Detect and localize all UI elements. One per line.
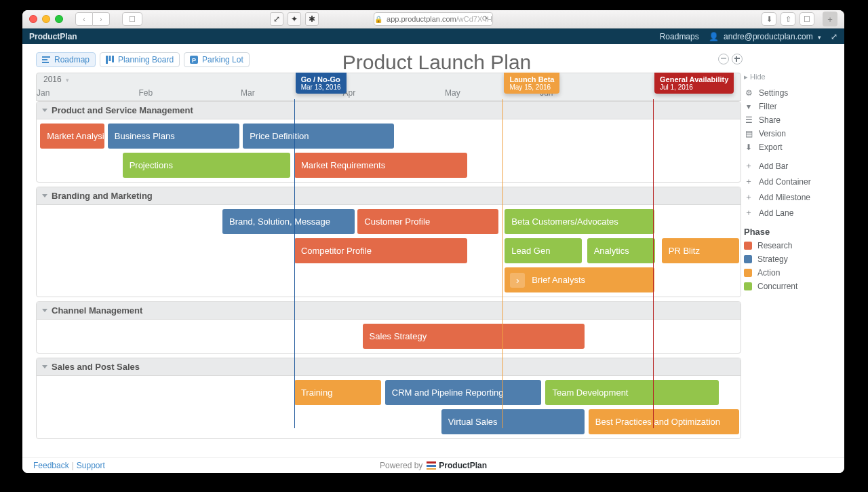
bar-label: Price Definition xyxy=(250,131,309,141)
roadmap-bar[interactable]: Training xyxy=(294,380,381,405)
secure-lock-icon: 🔒 xyxy=(374,16,382,23)
roadmap-bar[interactable]: Competitor Profile xyxy=(294,238,467,263)
sidebar-add-bar[interactable]: ＋Add Bar xyxy=(744,160,839,172)
new-tab-button[interactable]: + xyxy=(823,12,837,26)
roadmap-bar[interactable]: Market Analysis xyxy=(40,124,104,149)
sidebar-settings[interactable]: ⚙Settings xyxy=(744,88,839,98)
back-button[interactable]: ‹ xyxy=(75,12,93,26)
roadmap-bar[interactable]: Best Practices and Optimization xyxy=(589,409,739,434)
gear-icon: ⚙ xyxy=(744,88,753,98)
extension-icon[interactable]: ✦ xyxy=(288,12,301,26)
close-window-icon[interactable] xyxy=(29,15,37,23)
fullscreen-icon[interactable]: ⤢ xyxy=(831,32,837,41)
sidebar-export[interactable]: ⬇Export xyxy=(744,143,839,152)
lane-body: Sales Strategy xyxy=(37,324,741,349)
roadmap-bar[interactable]: Market Requirements xyxy=(294,153,467,178)
roadmap-bar[interactable]: Virtual Sales xyxy=(441,409,585,434)
lane: Channel ManagementSales Strategy xyxy=(36,301,741,354)
sidebar-add-milestone[interactable]: ＋Add Milestone xyxy=(744,191,839,203)
roadmap-bar[interactable]: Projections xyxy=(123,153,290,178)
view-planning-tab[interactable]: Planning Board xyxy=(100,52,180,67)
roadmap-bar[interactable]: ›Brief Analysts xyxy=(505,267,654,292)
lane-title: Channel Management xyxy=(52,305,142,316)
bar-label: Market Analysis xyxy=(47,131,108,141)
view-parking-tab[interactable]: P Parking Lot xyxy=(184,52,250,67)
app-brand[interactable]: ProductPlan xyxy=(29,32,77,41)
svg-rect-2 xyxy=(42,62,49,63)
downloads-icon[interactable]: ⬇ xyxy=(762,12,776,26)
lane-header[interactable]: Sales and Post Sales xyxy=(37,358,741,376)
chevron-down-icon xyxy=(42,309,47,312)
roadmap-bar[interactable]: Sales Strategy xyxy=(363,324,585,349)
sidebar-version[interactable]: ▤Version xyxy=(744,129,839,138)
roadmap-bar[interactable]: Beta Customers/Advocates xyxy=(505,209,654,234)
roadmap-bar[interactable]: Analytics xyxy=(587,238,656,263)
view-roadmap-tab[interactable]: Roadmap xyxy=(36,52,96,67)
roadmap-bar[interactable]: Business Plans xyxy=(108,124,239,149)
user-icon: 👤 xyxy=(709,32,719,41)
bar-label: CRM and Pipeline Reporting xyxy=(392,387,504,398)
minimize-window-icon[interactable] xyxy=(42,15,50,23)
bar-label: Market Requirements xyxy=(301,160,385,170)
milestone-title: Launch Beta xyxy=(509,75,554,83)
legend-strategy[interactable]: Strategy xyxy=(744,254,839,264)
sidebar-toggle-icon[interactable]: ☐ xyxy=(122,12,142,26)
roadmap-bar[interactable]: Brand, Solution, Message xyxy=(222,209,355,234)
milestone-tag[interactable]: General AvailabilityJul 1, 2016 xyxy=(654,73,734,94)
bar-label: Business Plans xyxy=(115,131,175,141)
maximize-window-icon[interactable] xyxy=(55,15,63,23)
lane-title: Sales and Post Sales xyxy=(52,362,140,372)
sidebar-filter[interactable]: ▾Filter xyxy=(744,102,839,111)
parking-icon: P xyxy=(190,56,198,64)
lane-header[interactable]: Branding and Marketing xyxy=(37,187,741,205)
tabs-icon[interactable]: ☐ xyxy=(800,12,814,26)
sidebar-share[interactable]: ☰Share xyxy=(744,115,839,125)
legend-concurrent[interactable]: Concurrent xyxy=(744,282,839,291)
sidebar-add-container[interactable]: ＋Add Container xyxy=(744,176,839,187)
address-bar[interactable]: 🔒 app.productplan.com/wCd7X-IH ⟳ xyxy=(374,12,493,26)
sidebar-hide[interactable]: ▸ Hide xyxy=(744,73,839,81)
extension-icon[interactable]: ✱ xyxy=(305,12,319,26)
lane-header[interactable]: Channel Management xyxy=(37,302,741,320)
board-icon xyxy=(106,56,114,64)
sidebar-add-lane[interactable]: ＋Add Lane xyxy=(744,207,839,219)
lane-row: TrainingCRM and Pipeline ReportingTeam D… xyxy=(37,380,741,405)
zoom-out-icon[interactable] xyxy=(718,54,729,64)
roadmap-bar[interactable]: Price Definition xyxy=(243,124,394,149)
forward-button[interactable]: › xyxy=(93,12,110,26)
productplan-logo-icon xyxy=(427,461,436,470)
window-controls xyxy=(29,15,63,23)
lane-title: Branding and Marketing xyxy=(52,191,153,201)
bar-label: Brief Analysts xyxy=(532,275,585,285)
lane-row: Competitor ProfileLead GenAnalyticsPR Bl… xyxy=(37,238,741,263)
legend-action[interactable]: Action xyxy=(744,268,839,278)
footer-support[interactable]: Support xyxy=(77,461,105,470)
nav-roadmaps[interactable]: Roadmaps xyxy=(660,32,699,41)
roadmap-bar[interactable]: Customer Profile xyxy=(357,209,498,234)
roadmap-bar[interactable]: Lead Gen xyxy=(505,238,582,263)
plus-icon: ＋ xyxy=(744,176,753,187)
roadmap-bar[interactable]: PR Blitz xyxy=(662,238,739,263)
bar-label: Training xyxy=(301,387,332,398)
lane-header[interactable]: Product and Service Management xyxy=(37,102,741,119)
milestone-title: General Availability xyxy=(660,75,728,83)
nav-user-menu[interactable]: 👤 andre@productplan.com ▾ xyxy=(709,32,821,41)
roadmap-bar[interactable]: Team Development xyxy=(545,380,718,405)
extension-icon[interactable]: ⤢ xyxy=(270,12,283,26)
swatch-icon xyxy=(744,255,752,263)
bar-label: Brand, Solution, Message xyxy=(229,216,330,227)
footer-feedback[interactable]: Feedback xyxy=(33,461,69,470)
zoom-in-icon[interactable] xyxy=(732,54,743,64)
legend-research[interactable]: Research xyxy=(744,241,839,250)
timeline-year[interactable]: 2016▾ xyxy=(43,75,69,84)
bar-label: Virtual Sales xyxy=(448,417,498,427)
expand-icon[interactable]: › xyxy=(510,273,525,288)
roadmap-bar[interactable]: CRM and Pipeline Reporting xyxy=(385,380,541,405)
share-icon[interactable]: ⇧ xyxy=(781,12,795,26)
legend: Research Strategy Action Concurrent xyxy=(744,241,839,291)
bar-label: Competitor Profile xyxy=(301,246,372,256)
milestone-tag[interactable]: Launch BetaMay 15, 2016 xyxy=(504,73,559,94)
svg-rect-3 xyxy=(106,56,108,64)
milestone-tag[interactable]: Go / No-GoMar 13, 2016 xyxy=(296,73,347,94)
reload-icon[interactable]: ⟳ xyxy=(482,14,488,23)
